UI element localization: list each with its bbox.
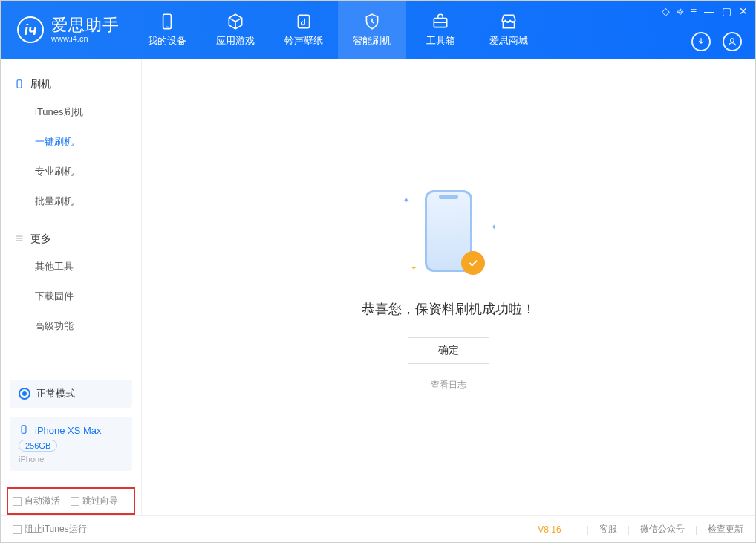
sidebar-item-itunes-flash[interactable]: iTunes刷机 [1,97,141,127]
menu-icon[interactable]: ≡ [691,5,697,17]
confirm-button[interactable]: 确定 [408,337,489,364]
nav-label: 爱思商城 [489,34,528,48]
nav-label: 工具箱 [426,34,455,48]
footer: 阻止iTunes运行 V8.16 | 客服 | 微信公众号 | 检查更新 [1,515,755,543]
device-phone-icon [19,424,29,437]
svg-rect-10 [22,426,26,434]
header-right-actions [691,32,742,51]
device-type: iPhone [19,455,123,464]
nav-label: 铃声壁纸 [284,34,323,48]
version-label: V8.16 [538,524,561,535]
sidebar-item-pro-flash[interactable]: 专业刷机 [1,157,141,186]
lock-icon[interactable]: ⎆ [677,5,683,17]
sidebar-group-flash: 刷机 [1,72,141,97]
toolbox-icon [431,12,450,31]
shield-icon [362,12,382,31]
sidebar-item-oneclick-flash[interactable]: 一键刷机 [1,127,141,157]
svg-point-5 [731,39,734,42]
success-message: 恭喜您，保资料刷机成功啦！ [362,300,535,318]
sidebar-item-batch-flash[interactable]: 批量刷机 [1,186,141,216]
device-mode-card[interactable]: 正常模式 [10,380,132,408]
device-storage: 256GB [19,440,57,452]
nav-ringtone[interactable]: 铃声壁纸 [270,1,338,59]
device-info-card[interactable]: iPhone XS Max 256GB iPhone [10,417,132,471]
nav-flash[interactable]: 智能刷机 [338,1,406,59]
svg-rect-2 [298,15,309,27]
device-mode-label: 正常模式 [36,387,75,400]
check-badge-icon [461,251,485,275]
checkbox-block-itunes[interactable]: 阻止iTunes运行 [13,523,87,536]
download-button[interactable] [691,32,711,51]
mode-icon [19,388,30,400]
close-button[interactable]: ✕ [739,5,748,17]
store-icon [499,12,518,31]
sidebar-group-more: 更多 [1,227,141,252]
header: iч 爱思助手 www.i4.cn 我的设备 应用游戏 铃声壁纸 智能刷机 工具… [1,1,755,59]
list-icon [14,233,25,246]
support-link[interactable]: 客服 [599,523,617,536]
highlighted-options-box: 自动激活 跳过向导 [7,487,135,515]
device-icon [157,12,177,31]
sidebar-item-advanced[interactable]: 高级功能 [1,311,141,341]
main-content: ✦ ✦ ✦ 恭喜您，保资料刷机成功啦！ 确定 查看日志 [142,59,755,515]
music-icon [294,12,313,31]
nav-label: 应用游戏 [216,34,255,48]
app-subtitle: www.i4.cn [51,34,120,43]
sidebar-item-download-firmware[interactable]: 下载固件 [1,282,141,311]
app-title: 爱思助手 [51,16,120,34]
maximize-button[interactable]: ▢ [722,5,731,17]
user-button[interactable] [723,32,742,51]
wechat-link[interactable]: 微信公众号 [640,523,685,536]
logo-area: iч 爱思助手 www.i4.cn [1,1,133,59]
cube-icon [226,12,245,31]
sidebar-item-other-tools[interactable]: 其他工具 [1,252,141,282]
nav-apps[interactable]: 应用游戏 [201,1,270,59]
svg-rect-6 [17,79,22,88]
nav-store[interactable]: 爱思商城 [475,1,543,59]
nav-label: 智能刷机 [353,34,391,48]
nav-my-device[interactable]: 我的设备 [133,1,201,59]
sidebar: 刷机 iTunes刷机 一键刷机 专业刷机 批量刷机 更多 其他工具 下载固件 … [1,59,142,515]
logo-icon: iч [17,16,44,43]
nav-toolbox[interactable]: 工具箱 [406,1,475,59]
device-name: iPhone XS Max [35,425,102,436]
tshirt-icon[interactable]: ◇ [662,5,670,17]
nav-label: 我的设备 [148,34,186,48]
phone-icon [14,79,25,91]
checkbox-skip-guide[interactable]: 跳过向导 [71,495,118,507]
checkbox-auto-activate[interactable]: 自动激活 [13,495,60,507]
view-log-link[interactable]: 查看日志 [431,379,466,391]
check-update-link[interactable]: 检查更新 [708,523,743,536]
nav-tabs: 我的设备 应用游戏 铃声壁纸 智能刷机 工具箱 爱思商城 [133,1,543,59]
minimize-button[interactable]: — [704,5,714,17]
success-illustration: ✦ ✦ ✦ [400,183,497,279]
titlebar-controls: ◇ ⎆ ≡ — ▢ ✕ [662,5,748,17]
